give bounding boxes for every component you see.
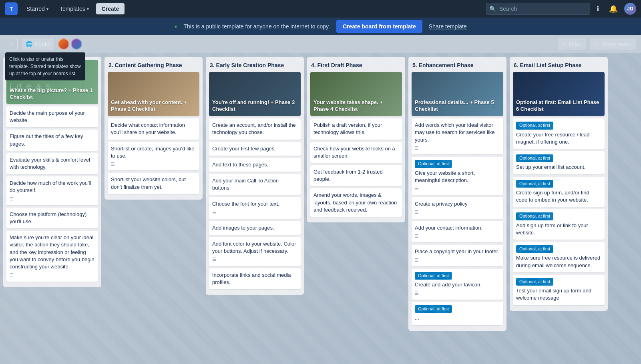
templates-nav-button[interactable]: Templates ▾ xyxy=(56,3,93,14)
template-banner: ● This is a public template for anyone o… xyxy=(0,18,641,35)
menu-dots-icon: ··· xyxy=(595,41,599,47)
app-logo[interactable]: T xyxy=(5,2,18,15)
starred-nav-button[interactable]: Starred ▾ xyxy=(22,3,52,14)
show-menu-button[interactable]: ··· Show menu xyxy=(590,38,636,50)
banner-message: This is a public template for anyone on … xyxy=(183,23,330,30)
templates-label: Templates xyxy=(60,6,85,12)
member-avatar-2[interactable] xyxy=(71,38,82,50)
list-item[interactable]: Optional at first: Email List Phase 6 Ch… xyxy=(513,72,605,116)
board-header: ☆ Click to star or unstar this template.… xyxy=(0,35,641,53)
avatar[interactable]: JD xyxy=(624,3,636,15)
visibility-button[interactable]: 🌐 Public xyxy=(22,38,54,50)
search-input[interactable] xyxy=(486,3,590,15)
share-template-link[interactable]: Share template xyxy=(429,23,467,30)
banner-dot: ● xyxy=(174,24,177,29)
list-item[interactable]: Get ahead with your content. + Phase 2 C… xyxy=(108,72,199,116)
card-hero-title: Your website takes shape. + Phase 4 Chec… xyxy=(313,99,399,113)
member-avatar-1[interactable] xyxy=(58,38,69,50)
filter-label: Filter xyxy=(569,41,581,47)
info-button[interactable]: ℹ xyxy=(593,3,603,15)
card-hero-image: Get ahead with your content. + Phase 2 C… xyxy=(108,72,199,116)
card-hero-image: Optional at first: Email List Phase 6 Ch… xyxy=(513,72,605,116)
filter-button[interactable]: ≡ Filter xyxy=(558,38,586,50)
star-button[interactable]: ☆ Click to star or unstar this template.… xyxy=(5,38,18,50)
visibility-icon: 🌐 xyxy=(26,41,32,47)
list-item[interactable]: Your website takes shape. + Phase 4 Chec… xyxy=(310,72,402,116)
starred-chevron-icon: ▾ xyxy=(46,7,48,11)
create-button[interactable]: Create xyxy=(96,3,125,14)
notifications-button[interactable]: 🔔 xyxy=(606,3,621,15)
show-menu-label: Show menu xyxy=(602,41,631,47)
star-icon: ☆ xyxy=(9,41,14,47)
list-item[interactable]: Professional details... + Phase 5 Checkl… xyxy=(412,72,503,116)
filter-icon: ≡ xyxy=(563,41,566,47)
card-hero-image: You're off and running! + Phase 3 Checkl… xyxy=(209,72,301,116)
top-nav: T Starred ▾ Templates ▾ Create 🔍 ℹ 🔔 JD xyxy=(0,0,641,18)
templates-chevron-icon: ▾ xyxy=(87,7,89,11)
list-item[interactable]: You're off and running! + Phase 3 Checkl… xyxy=(209,72,301,116)
search-wrapper: 🔍 xyxy=(486,3,590,15)
create-board-from-template-button[interactable]: Create board from template xyxy=(336,20,422,33)
visibility-label: Public xyxy=(35,41,50,47)
board-members xyxy=(58,38,82,50)
card-hero-title: Professional details... + Phase 5 Checkl… xyxy=(415,99,500,113)
card-hero-image: Your website takes shape. + Phase 4 Chec… xyxy=(310,72,402,116)
starred-label: Starred xyxy=(26,6,45,12)
card-hero-title: You're off and running! + Phase 3 Checkl… xyxy=(212,99,297,113)
ideas-text: i d e a s xyxy=(10,80,51,93)
card-hero-title: Get ahead with your content. + Phase 2 C… xyxy=(111,99,196,113)
star-tooltip: Click to star or unstar this template. S… xyxy=(5,52,85,80)
card-hero-title: Optional at first: Email List Phase 6 Ch… xyxy=(516,99,601,113)
card-hero-image: Professional details... + Phase 5 Checkl… xyxy=(412,72,503,116)
